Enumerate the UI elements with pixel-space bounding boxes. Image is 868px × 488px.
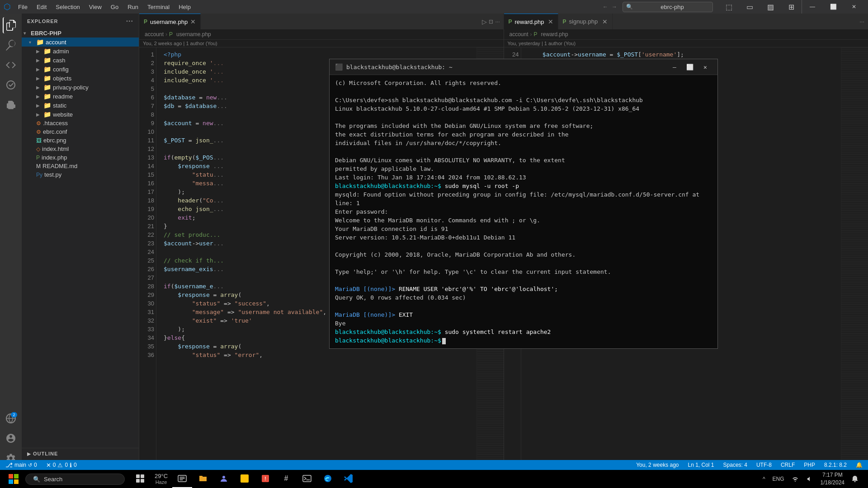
tab-close-signup[interactable]: ✕	[602, 18, 608, 25]
sidebar-item-ebrcconf[interactable]: ⚙ ebrc.conf	[22, 127, 139, 136]
sidebar-item-readme[interactable]: ▶ 📁 readme	[22, 92, 139, 101]
terminal-body[interactable]: (c) Microsoft Corporation. All rights re…	[330, 75, 717, 348]
tray-volume[interactable]	[803, 470, 816, 488]
terminal-maximize[interactable]: ⬜	[683, 62, 697, 72]
tab-signup-php[interactable]: P signup.php ✕	[558, 14, 613, 29]
more-icon[interactable]: ···	[495, 19, 500, 25]
weather-icon[interactable]: 29°C Haze	[151, 470, 171, 488]
fileexplorer-icon[interactable]	[193, 470, 213, 488]
terminal-minimize[interactable]: —	[668, 62, 681, 72]
sidebar-item-static[interactable]: ▶ 📁 static	[22, 101, 139, 110]
terminal-close[interactable]: ✕	[698, 62, 712, 72]
git-branch[interactable]: ⎇ main ↺ 0	[4, 461, 39, 469]
sidebar-item-website[interactable]: ▶ 📁 website	[22, 110, 139, 119]
sidebar-item-htaccess[interactable]: ⚙ .htaccess	[22, 119, 139, 127]
position-status[interactable]: Ln 1, Col 1	[686, 462, 716, 468]
accounts-icon[interactable]	[3, 430, 19, 446]
sidebar-item-account[interactable]: ▾ 📁 account	[22, 38, 139, 47]
remote-icon[interactable]: 2	[3, 410, 19, 427]
split-icon[interactable]: ⊡	[489, 19, 493, 25]
sidebar-item-readmemd[interactable]: M README.md	[22, 162, 139, 170]
close-button[interactable]: ✕	[844, 0, 864, 14]
hashtag-icon[interactable]: #	[276, 470, 296, 488]
taskbar-widget-icon[interactable]	[130, 470, 150, 488]
layout-btn-2[interactable]: ▭	[739, 0, 760, 14]
explorer-icon[interactable]	[3, 17, 19, 33]
line-ending-status[interactable]: CRLF	[779, 462, 797, 468]
teams-icon[interactable]	[214, 470, 234, 488]
menu-edit[interactable]: Edit	[33, 2, 50, 12]
sidebar-item-testpy[interactable]: Py test.py	[22, 170, 139, 179]
edge-icon[interactable]	[318, 470, 338, 488]
explorer-taskbar-icon[interactable]	[172, 470, 192, 488]
clock-display[interactable]: 7:17 PM 1/18/2024	[818, 470, 847, 488]
bc-account-r[interactable]: account	[509, 31, 528, 38]
left-gutter: 1 2 3 4 5 6 7 8 9 10 11 12 13 14 15 16 1	[139, 47, 156, 470]
vscode-taskbar-icon[interactable]	[339, 470, 359, 488]
sidebar-item-cash[interactable]: ▶ 📁 cash	[22, 56, 139, 65]
line-num: 14	[139, 162, 154, 170]
tab-reward-php[interactable]: P reward.php ✕	[504, 14, 558, 29]
taskbar-search[interactable]: 🔍 Search	[25, 474, 125, 485]
antivirus-icon[interactable]: !	[255, 470, 275, 488]
tray-chevron[interactable]: ^	[760, 470, 768, 488]
menu-run[interactable]: Run	[124, 2, 142, 12]
start-button[interactable]	[4, 470, 24, 488]
search-icon[interactable]	[3, 37, 19, 53]
sidebar-item-ebrcpng[interactable]: 🖼 ebrc.png	[22, 136, 139, 145]
line-num: 24	[139, 248, 154, 256]
testpy-label: test.py	[44, 171, 61, 178]
search-input[interactable]	[623, 2, 713, 12]
svg-rect-5	[136, 474, 140, 478]
source-control-icon[interactable]	[3, 57, 19, 73]
layout-btn-1[interactable]: ⬚	[718, 0, 739, 14]
bell-status[interactable]: 🔔	[854, 462, 864, 468]
encoding-status[interactable]: UTF-8	[755, 462, 774, 468]
privacy-arrow: ▶	[36, 85, 43, 90]
tab-username-php[interactable]: P username.php ✕	[139, 14, 201, 29]
left-breadcrumb-container: account › P username.php	[139, 29, 504, 40]
menu-file[interactable]: File	[14, 2, 31, 12]
line-num: 25	[139, 256, 154, 265]
layout-btn-4[interactable]: ⊞	[781, 0, 802, 14]
sidebar-item-admin[interactable]: ▶ 📁 admin	[22, 47, 139, 56]
right-more-icon[interactable]: ···	[859, 18, 864, 25]
weather-temp: 29°C	[155, 473, 168, 479]
run-debug-icon[interactable]	[3, 77, 19, 93]
spaces-status[interactable]: Spaces: 4	[722, 462, 749, 468]
language-status[interactable]: PHP	[802, 462, 817, 468]
sidebar-item-privacy[interactable]: ▶ 📁 privacy-policy	[22, 83, 139, 92]
terminal-taskbar-icon[interactable]	[297, 470, 317, 488]
layout-btn-3[interactable]: ▨	[760, 0, 781, 14]
menu-view[interactable]: View	[85, 2, 105, 12]
menu-terminal[interactable]: Terminal	[144, 2, 173, 12]
right-author: You, yesterday | 1 author (You)	[504, 40, 868, 47]
right-tab-more: ···	[856, 14, 868, 29]
sidebar-header: EXPLORER ···	[22, 14, 139, 29]
sidebar-item-indexphp[interactable]: P index.php	[22, 153, 139, 162]
errors-status[interactable]: ✕ 0 ⚠ 0 ℹ 0	[44, 462, 79, 469]
outline-section[interactable]: ▶ OUTLINE	[22, 448, 139, 459]
minimize-button[interactable]: —	[802, 0, 823, 14]
tab-close-reward[interactable]: ✕	[548, 18, 553, 25]
tray-language[interactable]: ENG	[770, 470, 787, 488]
menu-selection[interactable]: Selection	[52, 2, 83, 12]
maximize-button[interactable]: ⬜	[823, 0, 844, 14]
menu-go[interactable]: Go	[107, 2, 122, 12]
tray-wifi[interactable]	[789, 470, 802, 488]
menu-help[interactable]: Help	[175, 2, 194, 12]
sidebar-item-objects[interactable]: ▶ 📁 objects	[22, 74, 139, 83]
bc-rewardphp[interactable]: reward.php	[541, 31, 568, 38]
run-icon[interactable]: ▷	[482, 18, 487, 25]
bc-usernamephp[interactable]: username.php	[176, 31, 211, 38]
bc-account[interactable]: account	[145, 31, 164, 38]
sidebar-more-icon[interactable]: ···	[126, 17, 133, 25]
sidebar-item-config[interactable]: ▶ 📁 config	[22, 65, 139, 74]
tab-close-username[interactable]: ✕	[190, 18, 196, 25]
settings-taskbar-icon[interactable]	[235, 470, 255, 488]
project-root[interactable]: ▾ EBRC-PHP	[22, 29, 139, 38]
version-status[interactable]: 8.2.1: 8.2	[822, 462, 849, 468]
extensions-icon[interactable]	[3, 97, 19, 113]
sidebar-item-indexhtml[interactable]: ◇ index.html	[22, 145, 139, 153]
notification-icon[interactable]	[849, 470, 861, 488]
